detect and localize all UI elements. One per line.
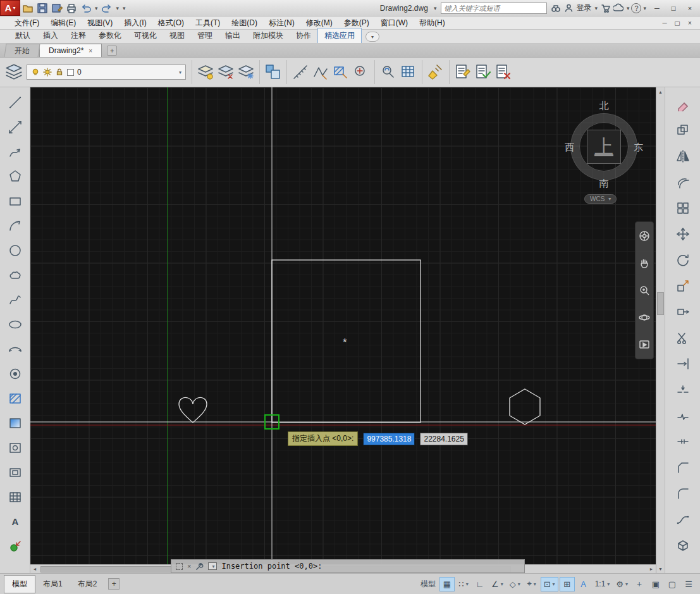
status-customize[interactable]: ☰ [681,577,696,591]
caret-icon[interactable]: ▾ [518,581,520,587]
command-line[interactable]: × ▾ Insertion point <0,0>: [171,559,525,573]
modify-tool-chamfer[interactable] [670,454,696,480]
modify-tool-break[interactable] [670,402,696,428]
modify-tool-copy[interactable] [670,117,696,143]
caret-icon[interactable]: ▾ [501,581,503,587]
help-caret-icon[interactable]: ▾ [641,5,648,11]
doc-minimize-button[interactable]: ─ [658,18,671,28]
draw-tool-ellipse[interactable] [3,312,28,337]
command-grip-icon[interactable] [176,563,183,570]
caret-icon[interactable]: ▾ [466,581,469,587]
status-polar-toggle[interactable]: ∠▾ [489,577,506,591]
update-fields-button[interactable] [378,59,398,85]
ribbon-tab-view[interactable]: 视图 [163,28,191,43]
orbit-icon[interactable] [639,312,650,323]
menu-dimension[interactable]: 标注(N) [263,16,300,30]
menu-help[interactable]: 帮助(H) [414,16,451,30]
ribbon-tab-output[interactable]: 输出 [219,28,247,43]
draw-tool-construction-line[interactable] [3,114,28,139]
layer-unisolate-button[interactable] [216,59,236,85]
ribbon-tab-home[interactable]: 默认 [9,28,37,43]
layer-properties-button[interactable] [4,59,24,85]
scroll-left-arrow[interactable]: ◄ [30,565,39,573]
ribbon-tab-addins[interactable]: 附加模块 [247,28,290,43]
purge-button[interactable] [426,59,446,85]
menu-format[interactable]: 格式(O) [152,16,190,30]
menu-edit[interactable]: 编辑(E) [45,16,82,30]
draw-tool-donut[interactable] [3,361,28,386]
modify-tool-fillet[interactable] [670,480,696,506]
ribbon-tab-collaborate[interactable]: 协作 [290,28,317,43]
doc-restore-button[interactable]: ▢ [671,18,684,28]
app-menu-button[interactable]: A ▾ [0,0,20,16]
drawing-purge-errors-button[interactable] [493,59,513,85]
redo-caret-icon[interactable]: ▾ [114,5,121,11]
close-button[interactable]: × [682,2,697,15]
status-dynamic-input-toggle[interactable]: ⊞ [560,577,575,591]
layer-freeze-button[interactable] [236,59,256,85]
status-annotation-monitor[interactable]: ＋ [632,577,647,591]
modify-tool-erase[interactable] [670,91,696,117]
status-annotation-visibility[interactable]: A [576,577,591,591]
draw-tool-point[interactable] [3,534,28,559]
showmotion-icon[interactable] [639,339,650,350]
command-close-icon[interactable]: × [187,562,191,570]
command-customize-icon[interactable] [195,562,204,571]
layout-tab-model[interactable]: 模型 [4,575,35,593]
draw-tool-rectangle[interactable] [3,189,28,213]
vertical-scroll-thumb[interactable] [657,292,664,315]
modify-tool-stretch[interactable] [670,299,696,325]
viewcube-south[interactable]: 南 [565,178,643,190]
modify-tool-trim[interactable] [670,325,696,350]
status-workspace-switch[interactable]: ⚙▾ [613,577,630,591]
draw-tool-line[interactable] [3,90,28,114]
account-button[interactable] [562,2,575,15]
modify-tool-offset[interactable] [670,169,696,195]
search-input[interactable] [441,4,546,12]
status-isolate-objects[interactable]: ▢ [665,577,680,591]
status-grid-toggle[interactable]: ▦ [439,577,455,591]
drawing-compare-button[interactable] [453,59,473,85]
help-button[interactable]: ? [631,3,641,13]
tab-close-icon[interactable]: × [89,47,92,54]
zoom-icon[interactable] [639,285,650,296]
file-tab-start[interactable]: 开始 [4,44,40,57]
drawing-canvas[interactable]: * 北 南 西 东 上 WCS ▾ [30,87,656,564]
modify-tool-move[interactable] [670,221,696,247]
menu-tools[interactable]: 工具(T) [190,16,226,30]
modify-tool-blend-curves[interactable] [670,506,696,532]
recent-commands-button[interactable]: ▾ [208,562,217,570]
caret-icon[interactable]: ▾ [553,581,555,587]
share-button[interactable] [612,2,625,15]
viewcube-west[interactable]: 西 [565,142,574,154]
menu-file[interactable]: 文件(F) [9,16,45,30]
menu-window[interactable]: 窗口(W) [375,16,414,30]
drawing-check-button[interactable] [473,59,493,85]
status-snap-toggle[interactable]: ∷▾ [456,577,471,591]
vertical-scrollbar[interactable]: ▲ ▼ [656,87,665,573]
status-otrack-toggle[interactable]: ⌖▾ [524,577,539,591]
modify-tool-explode[interactable] [670,532,696,558]
status-annotation-scale[interactable]: 1:1▾ [593,577,613,591]
edit-polyline-button[interactable] [310,59,331,85]
open-button[interactable] [20,1,35,15]
viewcube-north[interactable]: 北 [565,100,643,112]
status-isodraft-toggle[interactable]: ◇▾ [507,577,523,591]
draw-tool-polyline[interactable] [3,139,28,164]
modify-tool-break-at-point[interactable] [670,376,696,402]
modify-tool-scale[interactable] [670,273,696,299]
quick-access-caret-icon[interactable]: ▾ [121,5,128,11]
viewcube-top-face[interactable]: 上 [587,130,621,164]
modify-tool-join[interactable] [670,428,696,454]
modify-tool-extend[interactable] [670,350,696,376]
status-model-space[interactable]: 模型 [418,577,438,591]
draw-tool-revision-cloud[interactable] [3,263,28,287]
draw-tool-boundary[interactable] [3,435,28,460]
draw-tool-gradient[interactable] [3,411,28,435]
save-as-button[interactable] [49,1,64,15]
draw-tool-spline[interactable] [3,287,28,312]
modify-tool-mirror[interactable] [670,143,696,169]
caret-icon[interactable]: ▾ [534,581,536,587]
caret-icon[interactable]: ▾ [607,581,610,587]
scroll-up-arrow[interactable]: ▲ [656,87,665,96]
